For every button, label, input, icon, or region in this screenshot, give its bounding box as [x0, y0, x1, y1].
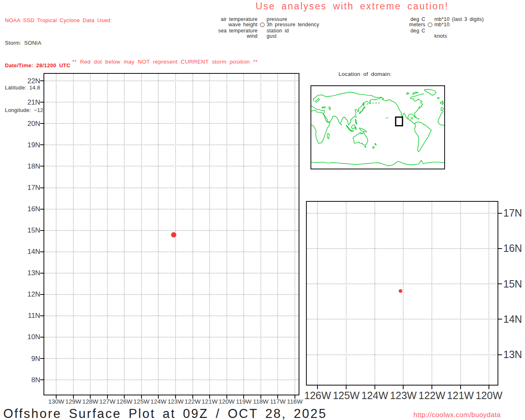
gridline: [243, 74, 244, 395]
gridline: [56, 74, 57, 395]
axis-tick-label: 16N: [503, 242, 525, 254]
gridline: [431, 202, 432, 385]
axis-tick-label: 10N: [16, 333, 40, 341]
legend-right-label: gust: [267, 34, 319, 39]
legend-right-label: station id: [267, 28, 319, 34]
coast-africa: [311, 110, 330, 143]
gridline: [346, 202, 347, 385]
gridline: [44, 166, 299, 167]
world-map: [311, 86, 444, 169]
station-circle-icon: [260, 23, 265, 27]
gridline: [158, 74, 159, 395]
axis-tick-label: 120W: [472, 390, 505, 402]
gridline: [44, 144, 299, 145]
axis-tick: [346, 386, 347, 389]
gridline: [107, 74, 108, 395]
domain-box: [396, 117, 403, 126]
gridline: [44, 80, 299, 81]
coast-black-sea: [322, 107, 326, 108]
gridline: [277, 74, 278, 395]
axis-tick: [40, 251, 43, 252]
legend-left-label: deg C: [404, 28, 425, 34]
gridline: [294, 74, 295, 395]
axis-tick-label: 14N: [503, 313, 525, 325]
gridline: [44, 230, 299, 231]
zoom-domain-plot: [306, 201, 498, 386]
coast-new-guinea: [359, 128, 367, 132]
gridline: [460, 202, 461, 385]
gridline: [374, 202, 375, 385]
axis-tick-label: 17N: [16, 183, 40, 192]
coast-sumatra: [347, 125, 351, 130]
axis-tick: [40, 123, 43, 124]
coast-arctic-islands-2: [406, 93, 409, 94]
axis-tick-label: 8N: [16, 376, 40, 384]
legend-spacer: [425, 28, 434, 34]
axis-tick: [498, 319, 502, 320]
coast-japan: [359, 107, 365, 114]
axis-tick-label: 17N: [503, 207, 525, 219]
coast-arctic-islands-1: [413, 92, 419, 95]
coast-philippines: [355, 119, 357, 124]
legend-left-label: wind: [213, 34, 258, 39]
axis-tick-label: 14N: [16, 247, 40, 256]
axis-tick: [40, 294, 43, 295]
coast-iceland: [437, 98, 439, 98]
coast-ireland: [440, 102, 441, 103]
axis-tick: [40, 337, 43, 338]
axis-tick: [40, 144, 43, 145]
gridline: [44, 251, 299, 252]
axis-tick: [40, 187, 43, 188]
gridline: [260, 74, 261, 395]
axis-tick-label: 22N: [16, 77, 40, 85]
axis-tick: [431, 386, 432, 389]
legend-right-label: mb*10: [434, 22, 484, 28]
axis-tick-label: 19N: [16, 141, 40, 149]
axis-tick: [498, 354, 502, 355]
legend-left-label: deg C: [404, 17, 425, 22]
gridline: [141, 74, 142, 395]
legend-left-label: air temperature: [213, 17, 258, 22]
legend-spacer: [258, 34, 267, 39]
axis-tick: [498, 213, 502, 214]
legend-left-label: [404, 34, 425, 39]
axis-tick-label: 13N: [503, 349, 525, 361]
gridline: [44, 209, 299, 210]
coast-hispaniola: [418, 119, 419, 119]
axis-tick-label: 121W: [444, 390, 477, 402]
map-inset-title: Location of domain:: [312, 71, 418, 77]
legend-right-label: knots: [434, 34, 484, 39]
axis-tick-label: 13N: [16, 269, 40, 277]
gridline: [44, 123, 299, 124]
gridline: [209, 74, 210, 395]
gridline: [44, 337, 299, 338]
axis-tick: [498, 248, 502, 249]
axis-tick-label: 18N: [16, 162, 40, 171]
axis-tick: [40, 358, 43, 359]
units-legend: deg Cmb*10 (last 3 digits)metersmb*10deg…: [404, 17, 484, 39]
axis-tick-label: 20N: [16, 119, 40, 128]
coast-nz-north: [375, 144, 377, 145]
gridline: [44, 315, 299, 316]
axis-tick: [317, 386, 318, 389]
coast-iberia: [441, 107, 443, 111]
legend-right-label: pressure: [267, 17, 319, 22]
storm-name: Storm: SONIA: [5, 39, 112, 47]
coast-greenland: [424, 89, 436, 96]
caution-banner: Use analyses with extreme caution!: [256, 1, 449, 12]
gridline: [307, 354, 498, 355]
legend-left-label: wave height: [213, 22, 258, 28]
coast-north-america-west: [381, 98, 415, 124]
buoydata-link[interactable]: http://coolwx.com/buoydata: [413, 411, 501, 419]
coast-sulawesi: [355, 127, 356, 130]
gridline: [124, 74, 125, 395]
coast-eurasia: [311, 92, 381, 125]
axis-tick: [403, 386, 404, 389]
axis-tick-label: 125W: [330, 390, 363, 402]
coast-sri-lanka: [341, 124, 342, 125]
legend-spacer: [258, 28, 267, 34]
gridline: [307, 283, 498, 284]
legend-left-label: sea temperature: [213, 28, 258, 34]
coast-yucatan: [411, 118, 413, 119]
legend-spacer: [258, 17, 267, 22]
